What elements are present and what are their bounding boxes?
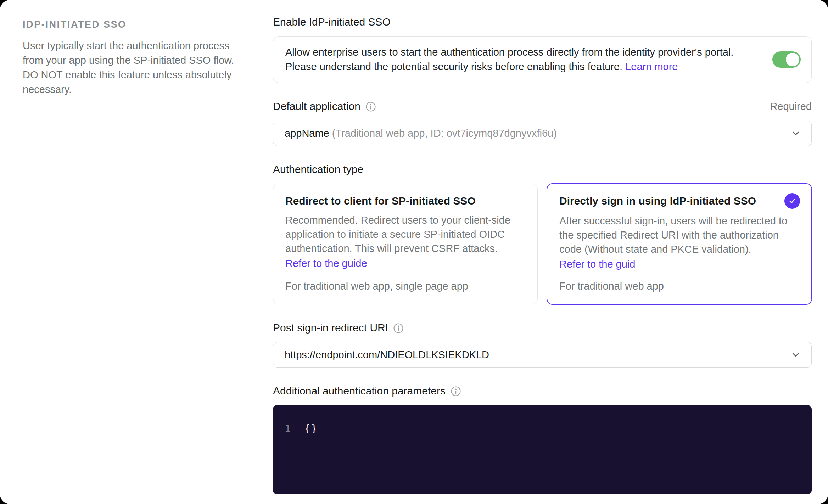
enable-description-line1: Allow enterprise users to start the auth… [285,45,757,60]
refer-to-guide-link[interactable]: Refer to the guid [559,257,800,271]
auth-option-footnote: For traditional web app, single page app [285,271,526,292]
info-icon[interactable] [451,386,461,397]
enable-idp-sso-section: Enable IdP-initiated SSO Allow enterpris… [273,16,812,83]
enable-idp-sso-toggle[interactable] [772,51,801,68]
required-badge: Required [770,101,812,112]
authentication-type-section: Authentication type Redirect to client f… [273,163,812,304]
auth-option-footnote: For traditional web app [559,271,800,292]
enable-idp-sso-description: Allow enterprise users to start the auth… [285,45,757,74]
authentication-type-options: Redirect to client for SP-initiated SSO … [273,184,812,304]
chevron-down-icon [790,128,801,139]
auth-option-description: After successful sign-in, users will be … [559,214,800,256]
post-sign-in-redirect-uri-label: Post sign-in redirect URI [273,322,388,334]
learn-more-link[interactable]: Learn more [625,61,678,72]
enable-idp-sso-card: Allow enterprise users to start the auth… [273,36,812,83]
settings-form: Enable IdP-initiated SSO Allow enterpris… [273,16,812,490]
toggle-knob [786,53,799,66]
enable-description-line2: Please understand the potential security… [285,60,757,74]
chevron-down-icon [790,349,801,360]
default-application-value: appName (Traditional web app, ID: ovt7ic… [285,128,557,139]
line-number: 1 [283,423,291,435]
redirect-uri-value: https://endpoint.com/NDIEOLDLKSIEKDKLD [285,349,489,361]
info-icon[interactable] [393,323,404,334]
auth-option-idp-initiated[interactable]: Directly sign in using IdP-initiated SSO… [547,184,812,304]
section-description: User typically start the authentication … [23,39,235,97]
auth-option-title: Redirect to client for SP-initiated SSO [285,194,476,208]
redirect-uri-section: Post sign-in redirect URI https://endpoi… [273,321,812,368]
check-icon [788,197,796,205]
code-content: {} [304,423,318,435]
json-code-editor[interactable]: 1 {} [273,405,812,494]
auth-option-title: Directly sign in using IdP-initiated SSO [559,194,756,208]
redirect-uri-select[interactable]: https://endpoint.com/NDIEOLDLKSIEKDKLD [273,342,812,368]
default-application-section: Default application Required appName (Tr… [273,100,812,146]
section-info-panel: IDP-INITIATED SSO User typically start t… [23,16,235,490]
info-icon[interactable] [365,101,376,112]
authentication-type-label: Authentication type [273,163,363,175]
auth-option-sp-initiated[interactable]: Redirect to client for SP-initiated SSO … [273,184,538,304]
additional-params-section: Additional authentication parameters 1 {… [273,385,812,494]
selected-check-badge [784,193,800,209]
additional-auth-params-label: Additional authentication parameters [273,385,446,397]
default-application-label: Default application [273,100,360,112]
default-application-select[interactable]: appName (Traditional web app, ID: ovt7ic… [273,121,812,146]
idp-sso-settings-panel: IDP-INITIATED SSO User typically start t… [0,0,828,504]
refer-to-guide-link[interactable]: Refer to the guide [285,256,526,270]
enable-idp-sso-label: Enable IdP-initiated SSO [273,16,391,28]
section-heading: IDP-INITIATED SSO [23,19,235,30]
auth-option-description: Recommended. Redirect users to your clie… [285,213,526,256]
